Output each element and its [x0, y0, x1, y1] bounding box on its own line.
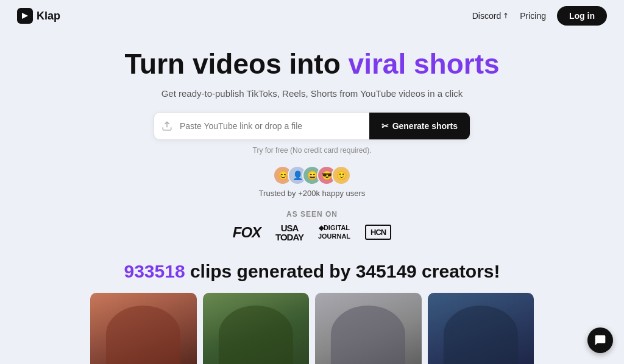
logo-icon	[17, 8, 33, 24]
face-silhouette	[106, 306, 180, 364]
trusted-label: Trusted by +200k happy users	[259, 189, 366, 198]
navbar: Klap Discord ↗ Pricing Log in	[0, 0, 624, 32]
face-silhouette	[331, 306, 405, 364]
brand-name: Klap	[37, 10, 60, 23]
video-grid	[0, 293, 624, 364]
fox-logo: FOX	[233, 224, 261, 241]
pricing-link[interactable]: Pricing	[520, 11, 546, 21]
creators-text: by 345149 creators!	[329, 261, 500, 281]
generate-label: Generate shorts	[392, 121, 458, 131]
svg-marker-0	[22, 13, 28, 19]
nav-actions: Discord ↗ Pricing Log in	[472, 6, 607, 26]
chat-button[interactable]	[587, 327, 613, 353]
stats-section: 933518 clips generated by 345149 creator…	[0, 255, 624, 293]
login-button[interactable]: Log in	[557, 6, 607, 26]
video-card	[203, 293, 310, 364]
digital-journal-logo: ◆DIGITALJOURNAL	[318, 224, 350, 240]
video-card	[315, 293, 422, 364]
hero-subtitle: Get ready-to-publish TikToks, Reels, Sho…	[12, 88, 612, 99]
hero-title-part2: viral shorts	[349, 48, 500, 80]
external-link-icon: ↗	[501, 11, 511, 21]
face-silhouette	[444, 306, 518, 364]
hero-title-part1: Turn videos into	[124, 48, 348, 80]
video-card	[428, 293, 534, 364]
generate-button[interactable]: ✂ Generate shorts	[369, 113, 470, 139]
hcn-logo: HCN	[365, 225, 391, 240]
upload-icon	[154, 121, 180, 131]
youtube-url-input[interactable]	[180, 113, 369, 139]
clips-count: 933518	[124, 261, 185, 281]
stats-text: 933518 clips generated by 345149 creator…	[0, 261, 624, 282]
discord-label: Discord	[472, 11, 501, 21]
scissors-icon: ✂	[381, 121, 389, 131]
url-input-row: ✂ Generate shorts	[154, 112, 470, 140]
brand-logos: FOX USATODAY ◆DIGITALJOURNAL HCN	[0, 223, 624, 242]
discord-link[interactable]: Discord ↗	[472, 11, 509, 21]
face-silhouette	[219, 306, 293, 364]
usa-today-logo: USATODAY	[275, 223, 303, 242]
try-free-text: Try for free (No credit card required).	[12, 146, 612, 155]
as-seen-on-label: AS SEEN ON	[0, 210, 624, 219]
video-card	[90, 293, 197, 364]
avatar-group: 😊 👤 😄 😎 🙂	[273, 166, 351, 185]
clips-label: clips generated	[185, 261, 330, 281]
as-seen-on-section: AS SEEN ON FOX USATODAY ◆DIGITALJOURNAL …	[0, 210, 624, 242]
logo[interactable]: Klap	[17, 8, 60, 24]
hero-title: Turn videos into viral shorts	[12, 49, 612, 80]
social-proof: 😊 👤 😄 😎 🙂 Trusted by +200k happy users	[12, 166, 612, 198]
hero-section: Turn videos into viral shorts Get ready-…	[0, 32, 624, 198]
avatar: 🙂	[332, 166, 351, 185]
